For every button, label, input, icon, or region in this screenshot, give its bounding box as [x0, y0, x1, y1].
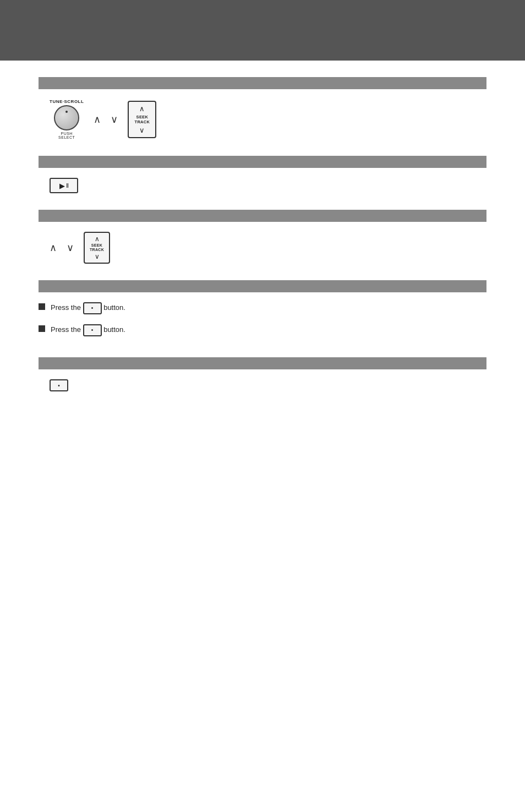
bullet-2-text: Press the • button.: [51, 324, 486, 336]
arrow-down-button[interactable]: ∨: [111, 113, 118, 126]
knob-bottom-label: PUSHSELECT: [58, 132, 75, 139]
header-bar: [0, 0, 525, 61]
section3-arrow-up[interactable]: ∧: [50, 242, 57, 254]
section-4-header: [39, 280, 486, 292]
bullet-square-1: [39, 303, 45, 310]
knob-top-label: TUNE·SCROLL: [50, 99, 84, 104]
play-pause-button[interactable]: ▶ II: [50, 178, 78, 193]
seek-track-arrow-down: ∨: [139, 127, 145, 134]
bullet-square-2: [39, 325, 45, 332]
section3-seek-track-button[interactable]: ∧ SEEKTRACK ∨: [84, 232, 110, 264]
section-1-header: [39, 77, 486, 89]
page-content: TUNE·SCROLL PUSHSELECT ∧ ∨ ∧ SEEKTRACK ∨…: [0, 61, 525, 419]
section-3-header: [39, 210, 486, 222]
bullet-1-inline-btn: •: [83, 303, 104, 312]
bullet-2-content: Press the • button.: [51, 324, 486, 341]
section-2-block: ▶ II: [39, 156, 486, 193]
pause-icon: II: [66, 182, 68, 189]
section5-dot-button[interactable]: •: [50, 379, 68, 391]
section-3-block: ∧ ∨ ∧ SEEKTRACK ∨: [39, 210, 486, 264]
section-5-controls: •: [50, 379, 486, 391]
section3-seek-track-arrow-down: ∨: [95, 253, 100, 260]
seek-track-arrow-up: ∧: [139, 105, 145, 112]
bullet-1-text: Press the • button.: [51, 302, 486, 314]
play-pause-icon: ▶: [59, 182, 65, 190]
section-1-controls: TUNE·SCROLL PUSHSELECT ∧ ∨ ∧ SEEKTRACK ∨: [50, 99, 486, 139]
section-3-controls: ∧ ∨ ∧ SEEKTRACK ∨: [50, 232, 486, 264]
section3-seek-track-label: SEEKTRACK: [90, 243, 104, 253]
section3-arrow-down[interactable]: ∨: [67, 242, 74, 254]
section-4-bullet-1: Press the • button.: [39, 302, 486, 319]
section-1-block: TUNE·SCROLL PUSHSELECT ∧ ∨ ∧ SEEKTRACK ∨: [39, 77, 486, 139]
section5-dot-icon: •: [58, 383, 60, 389]
section-5-header: [39, 357, 486, 369]
section-4-bullet-2: Press the • button.: [39, 324, 486, 341]
seek-track-label: SEEKTRACK: [135, 115, 150, 124]
section-2-header: [39, 156, 486, 168]
knob-circle[interactable]: [54, 105, 79, 130]
section-5-block: •: [39, 357, 486, 391]
section3-seek-track-arrow-up: ∧: [95, 236, 100, 242]
bullet-2-inline-btn: •: [83, 325, 104, 334]
bullet-1-content: Press the • button.: [51, 302, 486, 319]
arrow-up-button[interactable]: ∧: [94, 113, 101, 126]
seek-track-button[interactable]: ∧ SEEKTRACK ∨: [128, 101, 156, 138]
section-4-block: Press the • button. Press the • button.: [39, 280, 486, 341]
section-2-controls: ▶ II: [50, 178, 486, 193]
tune-scroll-knob[interactable]: TUNE·SCROLL PUSHSELECT: [50, 99, 84, 139]
